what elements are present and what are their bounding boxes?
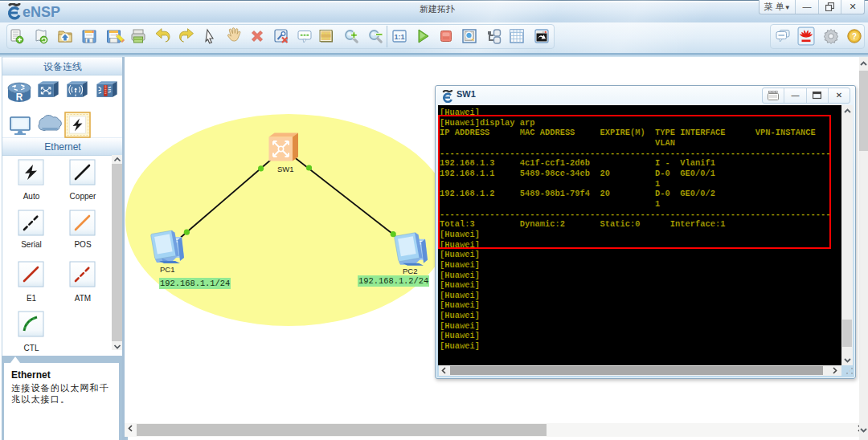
svg-text:R: R [16,92,23,103]
svg-text:1:1: 1:1 [394,33,404,41]
svg-text:?: ? [852,32,857,41]
